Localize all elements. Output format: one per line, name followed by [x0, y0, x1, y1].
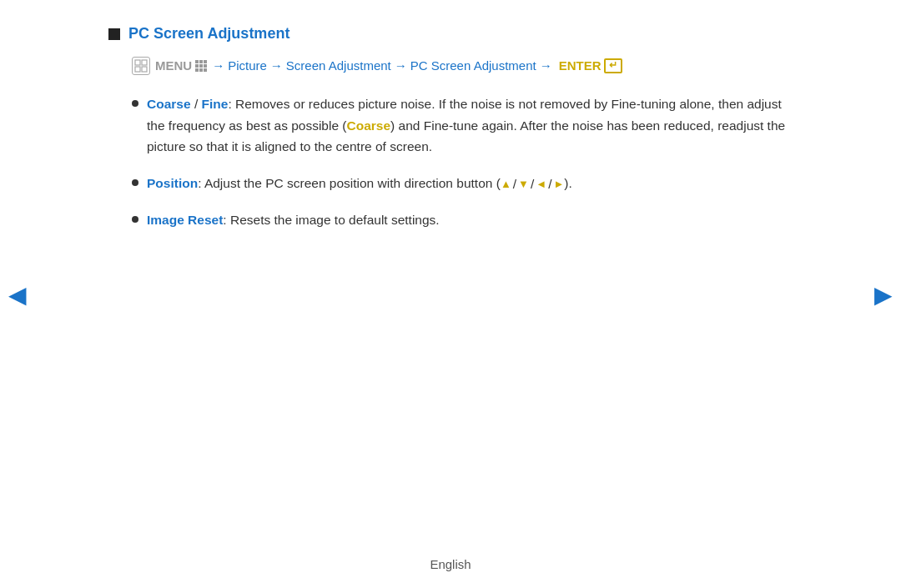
colon-2: : Adjust the PC screen position with dir…	[198, 176, 501, 190]
footer: English	[0, 557, 901, 571]
slash-2: /	[531, 173, 534, 195]
down-arrow-icon: ▼	[518, 175, 529, 193]
left-dir-arrow-icon: ◄	[536, 175, 546, 193]
bullet-dot-3	[132, 216, 138, 223]
menu-label: MENU	[155, 54, 192, 77]
coarse-fine-text: Coarse / Fine: Removes or reduces pictur…	[147, 93, 793, 158]
menu-step-2: Screen Adjustment	[286, 54, 391, 77]
enter-label-group: ENTER ↵	[559, 54, 622, 77]
arrow-1: →	[212, 54, 224, 77]
menu-grid-icon	[195, 60, 207, 72]
svg-rect-2	[135, 67, 140, 72]
right-arrow-icon: ▶	[874, 281, 893, 307]
slash-1: /	[513, 173, 516, 195]
separator: /	[194, 97, 202, 111]
menu-icon	[132, 57, 150, 75]
arrow-4: →	[540, 54, 552, 77]
slash-3: /	[548, 173, 551, 195]
section-title: PC Screen Adjustment	[128, 25, 289, 43]
arrow-2: →	[270, 54, 283, 77]
direction-arrows: ▲ / ▼ / ◄ / ►	[501, 173, 564, 195]
fine-term: Fine	[202, 97, 229, 111]
nav-left-button[interactable]: ◀	[8, 280, 27, 308]
bullet-dot-1	[132, 100, 138, 107]
up-arrow-icon: ▲	[501, 175, 511, 193]
nav-right-button[interactable]: ▶	[874, 280, 893, 308]
svg-rect-0	[135, 60, 140, 65]
section-header: PC Screen Adjustment	[108, 25, 793, 43]
list-item-position: Position: Adjust the PC screen position …	[132, 173, 793, 195]
main-content: PC Screen Adjustment MENU → Picture → Sc…	[42, 0, 859, 271]
section-square-icon	[108, 28, 120, 40]
right-dir-arrow-icon: ►	[553, 175, 564, 193]
position-term: Position	[147, 176, 198, 190]
svg-rect-1	[142, 60, 147, 65]
bullet-list: Coarse / Fine: Removes or reduces pictur…	[132, 93, 793, 231]
enter-text: ENTER	[559, 54, 602, 77]
menu-step-1: Picture	[228, 54, 267, 77]
language-label: English	[430, 557, 471, 571]
image-reset-term: Image Reset	[147, 213, 223, 227]
enter-icon: ↵	[604, 58, 622, 73]
list-item-image-reset: Image Reset: Resets the image to default…	[132, 209, 793, 231]
svg-rect-3	[142, 67, 147, 72]
left-arrow-icon: ◀	[8, 281, 27, 307]
close-paren: ).	[564, 176, 571, 190]
image-reset-text: Image Reset: Resets the image to default…	[147, 209, 440, 231]
colon-3: : Resets the image to default settings.	[223, 213, 439, 227]
coarse-inline-term: Coarse	[347, 118, 391, 133]
position-text: Position: Adjust the PC screen position …	[147, 173, 572, 195]
coarse-term: Coarse	[147, 97, 191, 111]
bullet-dot-2	[132, 179, 138, 186]
menu-step-3: PC Screen Adjustment	[410, 54, 536, 77]
arrow-3: →	[395, 54, 407, 77]
menu-path: MENU → Picture → Screen Adjustment → PC …	[132, 54, 793, 77]
list-item-coarse-fine: Coarse / Fine: Removes or reduces pictur…	[132, 93, 793, 158]
